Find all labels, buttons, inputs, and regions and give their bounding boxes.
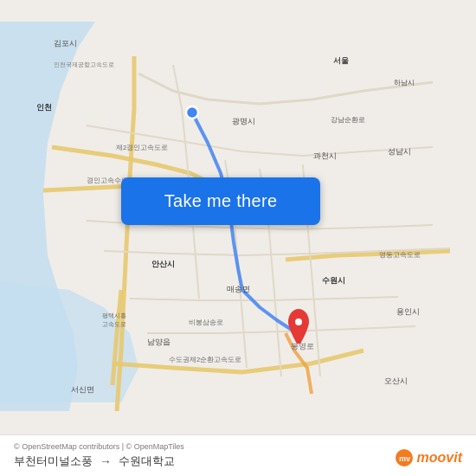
origin-label: 부천터미널소풍 <box>14 453 93 469</box>
take-me-there-button[interactable]: Take me there <box>121 177 320 225</box>
map-container: 김포시 서울 하남시 인천 광명시 강남순환로 제2경인고속도로 과천시 성남시… <box>0 0 476 476</box>
destination-label: 수원대학교 <box>119 453 175 469</box>
moovit-brand-text: moovit <box>417 450 462 466</box>
route-arrow-icon: → <box>100 454 112 468</box>
moovit-icon: mv <box>395 448 414 467</box>
svg-text:mv: mv <box>399 454 410 463</box>
moovit-logo: mv moovit <box>395 448 462 467</box>
map-background <box>0 0 476 476</box>
button-label: Take me there <box>164 191 278 211</box>
